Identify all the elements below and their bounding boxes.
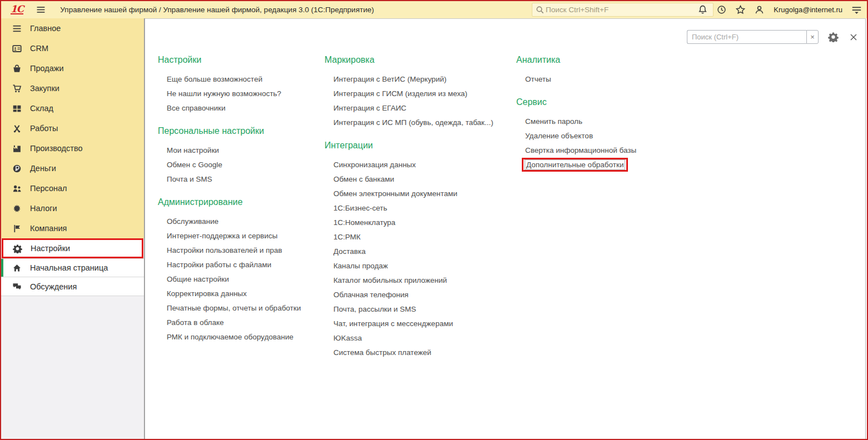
item-label: Деньги <box>30 164 56 173</box>
menu-link[interactable]: Не нашли нужную возможность? <box>158 87 319 101</box>
personnel-icon <box>12 183 22 193</box>
menu-link[interactable]: РМК и подключаемое оборудование <box>158 330 319 344</box>
menu-link[interactable]: Интеграция с ЕГАИС <box>325 101 508 116</box>
sidebar-item[interactable]: Компания <box>1 218 144 238</box>
menu-link[interactable]: Работа в облаке <box>158 316 319 330</box>
sidebar-item[interactable]: Закупки <box>1 78 144 98</box>
menu-link[interactable]: Система быстрых платежей <box>325 346 508 360</box>
panel-search[interactable]: × <box>687 30 819 44</box>
user-icon[interactable] <box>754 4 765 16</box>
item-label: Продажи <box>30 64 64 73</box>
menu-link[interactable]: Общие настройки <box>158 272 319 287</box>
menu-link[interactable]: Интеграция с ГИСМ (изделия из меха) <box>325 87 508 101</box>
settings-column-1: НастройкиЕще больше возможностейНе нашли… <box>158 54 319 344</box>
section-title[interactable]: Сервис <box>516 97 683 108</box>
favorites-star-icon[interactable] <box>735 4 746 16</box>
sidebar-item[interactable]: Производство <box>1 138 144 158</box>
topbar-actions: Krugolga@internet.ru <box>697 1 862 18</box>
money-ruble-icon <box>12 163 22 173</box>
sidebar-item[interactable]: Налоги <box>1 198 144 218</box>
menu-link[interactable]: Обслуживание <box>158 214 319 229</box>
menu-link[interactable]: Интеграция с ИС МП (обувь, одежда, табак… <box>325 116 508 130</box>
menu-link[interactable]: Синхронизация данных <box>325 158 508 172</box>
panel-toolbar: × <box>687 30 859 44</box>
settings-panel: × НастройкиЕще больше возможностейНе наш… <box>145 18 866 439</box>
menu-link[interactable]: Обмен с Google <box>158 158 319 172</box>
search-clear-button[interactable]: × <box>806 30 819 44</box>
user-email[interactable]: Krugolga@internet.ru <box>774 6 842 14</box>
menu-link[interactable]: Отчеты <box>516 72 683 87</box>
item-label: Производство <box>30 144 83 153</box>
settings-column-3: АналитикаОтчетыСервисСменить парольУдале… <box>516 54 683 172</box>
menu-link[interactable]: Сменить пароль <box>516 114 683 129</box>
sidebar-item[interactable]: Продажи <box>1 58 144 78</box>
main-menu-icon[interactable] <box>36 5 46 15</box>
sidebar-item[interactable]: Обсуждения <box>1 277 144 296</box>
menu-link[interactable]: Почта, рассылки и SMS <box>325 302 508 317</box>
item-label: Закупки <box>30 84 59 93</box>
menu-link[interactable]: Удаление объектов <box>516 129 683 143</box>
home-icon <box>12 263 22 273</box>
sidebar-item[interactable]: Склад <box>1 98 144 118</box>
panel-settings-gear-icon[interactable] <box>828 32 839 42</box>
menu-link[interactable]: Мои настройки <box>158 143 319 158</box>
global-search[interactable] <box>532 3 714 17</box>
section-title[interactable]: Настройки <box>158 54 319 66</box>
section-title[interactable]: Интеграции <box>325 140 508 151</box>
discussions-chat-icon <box>12 282 22 292</box>
menu-link[interactable]: 1С:Бизнес-сеть <box>325 201 508 216</box>
sidebar: ГлавноеCRMПродажиЗакупкиСкладРаботыПроиз… <box>1 18 145 439</box>
crm-icon <box>12 43 22 53</box>
menu-link[interactable]: Настройки пользователей и прав <box>158 243 319 258</box>
item-label: Главное <box>30 24 61 33</box>
menu-link[interactable]: ЮKassa <box>325 331 508 346</box>
menu-link[interactable]: Корректировка данных <box>158 287 319 301</box>
menu-link[interactable]: Каналы продаж <box>325 259 508 273</box>
sidebar-item[interactable]: Начальная страница <box>1 258 144 277</box>
menu-link[interactable]: Почта и SMS <box>158 172 319 187</box>
menu-link[interactable]: 1С:РМК <box>325 230 508 244</box>
functions-menu-icon[interactable] <box>851 4 862 16</box>
section-title[interactable]: Персональные настройки <box>158 126 319 137</box>
menu-link[interactable]: Обмен электронными документами <box>325 187 508 201</box>
panel-close-icon[interactable] <box>848 32 859 42</box>
menu-link[interactable]: Чат, интеграция с мессенджерами <box>325 317 508 331</box>
menu-link[interactable]: Настройки работы с файлами <box>158 258 319 272</box>
sidebar-bottom-nav: Начальная страницаОбсуждения <box>1 258 144 296</box>
menu-link[interactable]: Облачная телефония <box>325 288 508 302</box>
menu-link[interactable]: Еще больше возможностей <box>158 72 319 87</box>
menu-link[interactable]: Доставка <box>325 244 508 259</box>
sidebar-item[interactable]: Главное <box>1 18 144 38</box>
item-label: CRM <box>30 44 48 53</box>
menu-link[interactable]: Интернет-поддержка и сервисы <box>158 229 319 243</box>
section-title[interactable]: Администрирование <box>158 197 319 208</box>
sidebar-item[interactable]: Деньги <box>1 158 144 178</box>
menu-link[interactable]: Печатные формы, отчеты и обработки <box>158 301 319 316</box>
notifications-bell-icon[interactable] <box>697 4 709 16</box>
sidebar-item[interactable]: Персонал <box>1 178 144 198</box>
search-icon <box>536 6 545 14</box>
panel-search-input[interactable] <box>687 30 806 44</box>
item-label: Обсуждения <box>30 282 77 291</box>
history-icon[interactable] <box>716 4 727 16</box>
menu-link[interactable]: Каталог мобильных приложений <box>325 273 508 288</box>
window-title: Управление нашей фирмой / Управление наш… <box>60 6 374 14</box>
sidebar-item[interactable]: CRM <box>1 38 144 58</box>
sidebar-item-settings-annotated[interactable]: Настройки <box>2 238 143 258</box>
section-title[interactable]: Аналитика <box>516 54 683 66</box>
item-label: Работы <box>30 124 58 133</box>
global-search-input[interactable] <box>545 5 710 14</box>
sidebar-item[interactable]: Работы <box>1 118 144 138</box>
sidebar-filler <box>1 296 144 439</box>
menu-link[interactable]: Все справочники <box>158 101 319 116</box>
section-title[interactable]: Маркировка <box>325 54 508 66</box>
menu-link[interactable]: Обмен с банками <box>325 172 508 187</box>
menu-link[interactable]: Дополнительные обработки <box>516 158 683 172</box>
menu-link[interactable]: Интеграция с ВетИС (Меркурий) <box>325 72 508 87</box>
settings-gear-icon <box>12 243 22 253</box>
menu-link[interactable]: 1С:Номенклатура <box>325 216 508 230</box>
app-window: 1С Управление нашей фирмой / Управление … <box>0 0 868 440</box>
sidebar-main-nav: ГлавноеCRMПродажиЗакупкиСкладРаботыПроиз… <box>1 18 144 238</box>
menu-link[interactable]: Свертка информационной базы <box>516 143 683 158</box>
topbar: 1С Управление нашей фирмой / Управление … <box>1 1 867 18</box>
